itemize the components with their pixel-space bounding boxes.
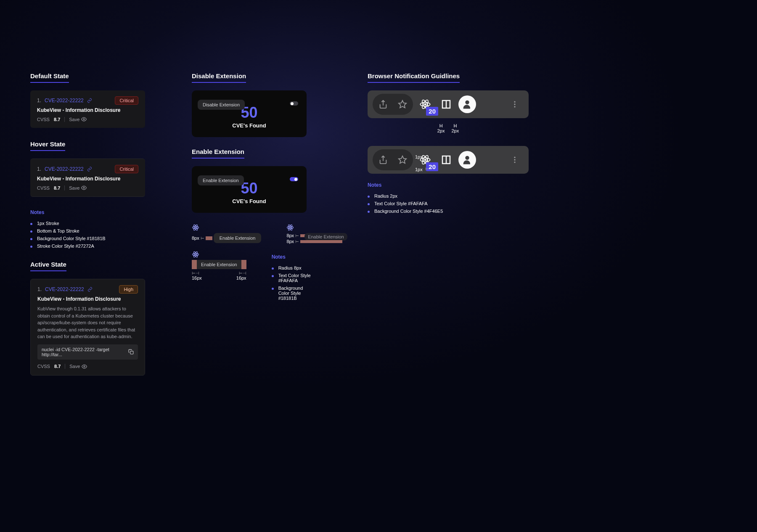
spec-8px-stacked: 8px ⊢ Enable Extension 8px ⊢ — [286, 224, 342, 244]
svg-point-1 — [83, 187, 85, 188]
heading-browser: Browser Notification Guidlines — [368, 72, 460, 83]
star-icon[interactable] — [394, 151, 411, 169]
svg-point-12 — [195, 227, 196, 228]
h-label: H — [437, 123, 445, 128]
spacing-1px: 1px — [415, 167, 423, 172]
link-icon[interactable] — [87, 167, 92, 172]
svg-point-44 — [465, 156, 469, 160]
note-item: Stroke Color Style #27272A — [30, 242, 159, 250]
toggle-switch[interactable] — [290, 101, 298, 106]
save-button[interactable]: Save — [69, 364, 87, 369]
note-item: Background Color Style #4F46E5 — [368, 207, 536, 215]
cve-title: KubeView - Information Disclosure — [37, 296, 138, 302]
sidebar-icon[interactable] — [437, 151, 455, 169]
svg-point-33 — [514, 101, 515, 103]
svg-point-32 — [465, 101, 469, 104]
heading-active: Active State — [30, 261, 66, 271]
cve-index: 1. — [37, 286, 42, 292]
avatar-icon[interactable] — [458, 151, 476, 169]
svg-marker-37 — [399, 156, 406, 163]
svg-marker-25 — [399, 101, 406, 108]
toggle-switch[interactable] — [290, 177, 298, 181]
cve-id-link[interactable]: CVE-2022-22222 — [45, 98, 84, 103]
notes-block: Notes Radius 8px Text Color Style #FAFAF… — [272, 251, 314, 302]
copy-icon[interactable] — [128, 349, 134, 355]
notes-list: Radius 2px Text Color Style #FAFAFA Back… — [368, 192, 536, 215]
svg-point-20 — [195, 254, 196, 255]
cve-card-hover[interactable]: 1. CVE-2022-22222 Critical KubeView - In… — [30, 159, 145, 197]
notes-list: 1px Stroke Bottom & Top Stroke Backgroun… — [30, 220, 159, 250]
share-icon[interactable] — [374, 95, 392, 113]
section-default-state: Default State 1. CVE-2022-22222 Critical… — [30, 72, 159, 128]
note-item: 1px Stroke — [30, 220, 159, 227]
svg-point-47 — [514, 161, 515, 163]
heading-disable: Disable Extension — [192, 72, 246, 83]
tooltip-spec: Enable Extension — [197, 260, 241, 269]
heading-default: Default State — [30, 72, 69, 83]
section-active-state: Active State 1. CVE-2022-22222 High Kube… — [30, 261, 159, 376]
svg-point-34 — [514, 103, 515, 105]
tooltip-spec: Enable Extension — [304, 233, 347, 241]
browser-toolbar: 1px 20 1px ⊢ — [368, 146, 529, 174]
save-button[interactable]: Save — [69, 185, 87, 191]
note-item: Text Color Style #FAFAFA — [272, 272, 314, 284]
note-item: Radius 2px — [368, 192, 536, 200]
cve-id-link[interactable]: CVE-2022-22222 — [45, 286, 84, 292]
h-label: H — [452, 123, 459, 128]
cve-id-link[interactable]: CVE-2022-22222 — [45, 166, 84, 172]
cve-description: KubView through 0.1.31 allows attackers … — [37, 305, 138, 340]
svg-point-16 — [290, 227, 291, 228]
spacing-label: 16px — [192, 275, 202, 281]
save-label: Save — [69, 185, 79, 191]
tooltip-enable: Enable Extension — [198, 175, 244, 185]
tooltip-disable: Disable Extension — [198, 100, 245, 110]
more-icon[interactable] — [506, 95, 524, 113]
save-label: Save — [69, 364, 80, 369]
spacing-2px: 2px — [437, 128, 445, 133]
browser-toolbar: 20 — [368, 90, 529, 118]
section-hover-state: Hover State 1. CVE-2022-22222 Critical K… — [30, 140, 159, 250]
share-icon[interactable] — [374, 151, 392, 169]
cve-title: KubeView - Information Disclosure — [37, 107, 138, 113]
cvss-value: 8.7 — [54, 185, 60, 191]
command-box: nuclei -id CVE-2022-2222 -target http://… — [37, 344, 138, 360]
cve-index: 1. — [37, 166, 41, 172]
svg-point-26 — [424, 103, 426, 105]
divider — [64, 185, 65, 191]
eye-icon — [81, 185, 87, 191]
spacing-label: 8px — [286, 233, 294, 238]
notes-heading: Notes — [368, 182, 536, 188]
spacing-label: 16px — [236, 275, 246, 281]
save-button[interactable]: Save — [69, 116, 87, 122]
tooltip-spec: Enable Extension — [214, 233, 262, 243]
cvss-label: CVSS — [37, 364, 50, 369]
cve-found-label: CVE's Found — [200, 198, 298, 204]
star-icon[interactable] — [394, 95, 411, 113]
cvss-label: CVSS — [37, 185, 50, 191]
extension-icon[interactable]: 20 — [416, 95, 434, 113]
svg-point-35 — [514, 106, 515, 107]
notification-badge: 20 — [426, 107, 438, 116]
svg-point-46 — [514, 159, 515, 160]
sidebar-icon[interactable] — [437, 95, 455, 113]
link-icon[interactable] — [87, 287, 93, 292]
eye-icon — [81, 116, 87, 122]
cvss-value: 8.7 — [54, 117, 60, 122]
spacing-2px: 2px — [452, 128, 459, 133]
cve-card-default: 1. CVE-2022-22222 Critical KubeView - In… — [30, 90, 145, 128]
link-icon[interactable] — [87, 98, 92, 103]
save-label: Save — [69, 117, 79, 122]
atom-icon — [192, 224, 261, 231]
extension-icon[interactable]: 20 — [416, 151, 434, 169]
more-icon[interactable] — [506, 151, 524, 169]
spec-8px-left: 8px ⊢ Enable Extension — [192, 224, 261, 244]
divider — [65, 364, 65, 369]
notes-list: Radius 8px Text Color Style #FAFAFA Back… — [272, 264, 314, 302]
note-item: Background Color Style #18181B — [272, 284, 314, 302]
heading-enable: Enable Extension — [192, 148, 244, 159]
avatar-icon[interactable] — [458, 95, 476, 113]
cve-card-active[interactable]: 1. CVE-2022-22222 High KubeView - Inform… — [30, 279, 145, 376]
notes-heading: Notes — [30, 209, 159, 215]
atom-icon — [192, 251, 246, 258]
spacing-label: 8px — [192, 236, 199, 241]
